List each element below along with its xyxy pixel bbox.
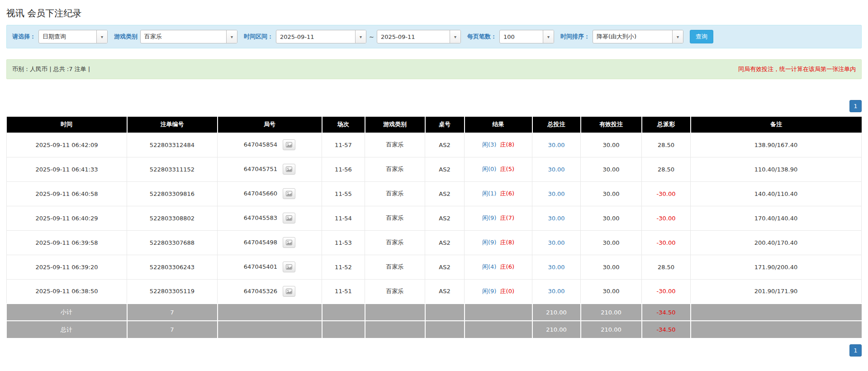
result-player: 闲(9) bbox=[482, 288, 496, 295]
view-cards-button[interactable] bbox=[283, 286, 295, 297]
cell-payout: -30.00 bbox=[642, 181, 691, 206]
header-note: 备注 bbox=[691, 117, 862, 133]
chevron-down-icon[interactable]: ▾ bbox=[543, 30, 554, 43]
result-player: 闲(4) bbox=[482, 263, 496, 270]
result-player: 闲(3) bbox=[482, 141, 496, 148]
subtotal-empty bbox=[691, 304, 862, 321]
query-type-value: 日期查询 bbox=[39, 33, 96, 41]
pagination-bottom: 1 bbox=[6, 344, 862, 357]
chevron-down-icon[interactable]: ▾ bbox=[450, 30, 460, 43]
cell-payout: -30.00 bbox=[642, 279, 691, 304]
query-type-label: 请选择： bbox=[12, 33, 36, 41]
view-cards-button[interactable] bbox=[283, 262, 295, 272]
total-bet-link[interactable]: 30.00 bbox=[548, 190, 564, 197]
table-row: 2025-09-11 06:39:58 522803307688 6470454… bbox=[7, 230, 862, 255]
header-result: 结果 bbox=[465, 117, 532, 133]
cards-image-icon bbox=[286, 142, 292, 147]
total-bet-link[interactable]: 30.00 bbox=[548, 166, 564, 173]
cell-session: 11-56 bbox=[322, 157, 365, 181]
cell-note: 140.40/110.40 bbox=[691, 181, 862, 206]
cell-total-bet: 30.00 bbox=[532, 230, 581, 255]
page-size-value: 100 bbox=[500, 33, 543, 40]
date-from-value: 2025-09-11 bbox=[276, 33, 355, 40]
cell-table-no: AS2 bbox=[425, 230, 465, 255]
pagination-top: 1 bbox=[6, 100, 862, 112]
header-bet-id: 注单编号 bbox=[127, 117, 218, 133]
chevron-down-icon[interactable]: ▾ bbox=[96, 30, 107, 43]
table-row: 2025-09-11 06:38:50 522803305119 6470453… bbox=[7, 279, 862, 304]
view-cards-button[interactable] bbox=[283, 188, 295, 199]
date-from-picker[interactable]: 2025-09-11 ▾ bbox=[276, 30, 366, 43]
date-to-picker[interactable]: 2025-09-11 ▾ bbox=[377, 30, 461, 43]
cell-time: 2025-09-11 06:38:50 bbox=[7, 279, 127, 304]
cell-round-id: 647045498 bbox=[218, 230, 322, 255]
table-body: 2025-09-11 06:42:09 522803312484 6470458… bbox=[7, 133, 862, 304]
page-1-button[interactable]: 1 bbox=[849, 100, 862, 112]
view-cards-button[interactable] bbox=[283, 213, 295, 224]
result-banker: 庄(5) bbox=[500, 166, 514, 172]
search-button[interactable]: 查询 bbox=[690, 30, 713, 43]
cell-bet-id: 522803309816 bbox=[127, 181, 218, 206]
cell-total-bet: 30.00 bbox=[532, 206, 581, 230]
total-bet-link[interactable]: 30.00 bbox=[548, 288, 564, 295]
cell-round-id: 647045854 bbox=[218, 133, 322, 157]
round-id-text: 647045401 bbox=[244, 263, 277, 270]
view-cards-button[interactable] bbox=[283, 139, 295, 150]
subtotal-empty bbox=[365, 304, 425, 321]
total-bet-link[interactable]: 30.00 bbox=[548, 142, 564, 148]
page-1-button[interactable]: 1 bbox=[849, 344, 862, 357]
cards-image-icon bbox=[286, 240, 292, 245]
total-valid-bet: 210.00 bbox=[581, 321, 642, 338]
subtotal-count: 7 bbox=[127, 304, 218, 321]
cell-table-no: AS2 bbox=[425, 255, 465, 279]
cell-table-no: AS2 bbox=[425, 206, 465, 230]
result-player: 闲(0) bbox=[482, 166, 496, 172]
cell-session: 11-54 bbox=[322, 206, 365, 230]
cell-table-no: AS2 bbox=[425, 279, 465, 304]
cell-payout: 28.50 bbox=[642, 133, 691, 157]
view-cards-button[interactable] bbox=[283, 237, 295, 248]
table-row: 2025-09-11 06:40:58 522803309816 6470456… bbox=[7, 181, 862, 206]
cards-image-icon bbox=[286, 191, 292, 196]
date-to-value: 2025-09-11 bbox=[377, 33, 450, 40]
filter-bar: 请选择： 日期查询 ▾ 游戏类别 百家乐 ▾ 时间区间： 2025-09-11 … bbox=[6, 25, 862, 48]
game-type-select[interactable]: 百家乐 ▾ bbox=[140, 30, 237, 43]
cell-total-bet: 30.00 bbox=[532, 255, 581, 279]
cell-result: 闲(1) 庄(6) bbox=[465, 181, 532, 206]
cell-game-type: 百家乐 bbox=[365, 181, 425, 206]
cell-game-type: 百家乐 bbox=[365, 133, 425, 157]
cell-game-type: 百家乐 bbox=[365, 157, 425, 181]
cell-bet-id: 522803311152 bbox=[127, 157, 218, 181]
total-empty bbox=[218, 321, 322, 338]
subtotal-row: 小计 7 210.00 210.00 -34.50 bbox=[7, 304, 862, 321]
cell-session: 11-57 bbox=[322, 133, 365, 157]
cell-game-type: 百家乐 bbox=[365, 255, 425, 279]
cell-table-no: AS2 bbox=[425, 133, 465, 157]
sort-select[interactable]: 降幂(由大到小) ▾ bbox=[593, 30, 683, 43]
result-player: 闲(9) bbox=[482, 239, 496, 246]
cell-time: 2025-09-11 06:40:58 bbox=[7, 181, 127, 206]
total-bet-link[interactable]: 30.00 bbox=[548, 239, 564, 246]
cell-valid-bet: 30.00 bbox=[581, 181, 642, 206]
cell-round-id: 647045401 bbox=[218, 255, 322, 279]
query-type-select[interactable]: 日期查询 ▾ bbox=[38, 30, 108, 43]
cell-time: 2025-09-11 06:41:33 bbox=[7, 157, 127, 181]
page-size-select[interactable]: 100 ▾ bbox=[499, 30, 554, 43]
chevron-down-icon[interactable]: ▾ bbox=[226, 30, 237, 43]
total-empty bbox=[322, 321, 365, 338]
total-bet-link[interactable]: 30.00 bbox=[548, 264, 564, 271]
summary-bar: 币别：人民币 | 总共 :7 注单 | 同局有效投注，统一计算在该局第一张注单内 bbox=[6, 59, 862, 79]
date-range-separator: ~ bbox=[369, 33, 374, 40]
result-banker: 庄(8) bbox=[500, 239, 514, 246]
chevron-down-icon[interactable]: ▾ bbox=[672, 30, 683, 43]
chevron-down-icon[interactable]: ▾ bbox=[355, 30, 366, 43]
page: 视讯 会员下注纪录 请选择： 日期查询 ▾ 游戏类别 百家乐 ▾ 时间区间： 2… bbox=[0, 7, 868, 357]
result-banker: 庄(6) bbox=[500, 263, 514, 270]
view-cards-button[interactable] bbox=[283, 164, 295, 175]
cards-image-icon bbox=[286, 289, 292, 294]
cell-result: 闲(9) 庄(7) bbox=[465, 206, 532, 230]
cell-result: 闲(9) 庄(0) bbox=[465, 279, 532, 304]
subtotal-empty bbox=[322, 304, 365, 321]
result-banker: 庄(6) bbox=[500, 190, 514, 197]
total-bet-link[interactable]: 30.00 bbox=[548, 215, 564, 222]
